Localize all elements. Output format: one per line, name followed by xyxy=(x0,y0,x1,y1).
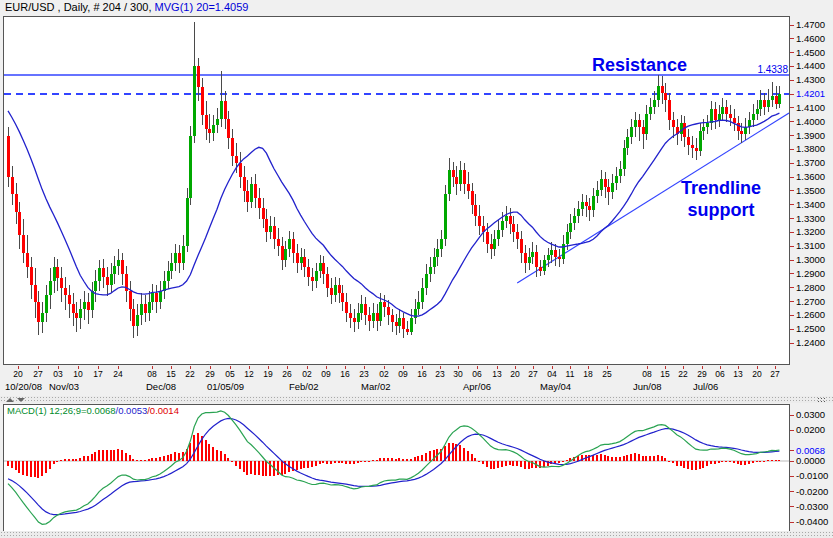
month-label: 01/05/09 xyxy=(207,381,244,392)
splitter-collapse-down-icon[interactable] xyxy=(17,398,25,402)
candle-body xyxy=(410,318,413,332)
macd-histogram-bar xyxy=(7,461,9,466)
macd-histogram-bar xyxy=(372,460,374,461)
macd-histogram-bar xyxy=(216,450,218,461)
macd-signal-value: /0.0053 xyxy=(116,405,148,416)
macd-histogram-bar xyxy=(429,451,431,461)
macd-histogram-bar xyxy=(471,454,473,461)
macd-histogram-bar xyxy=(516,461,518,466)
candle-body xyxy=(212,125,215,133)
macd-histogram-bar xyxy=(562,461,564,462)
macd-histogram-bar xyxy=(379,458,381,461)
macd-histogram-bar xyxy=(623,456,625,461)
splitter-collapse-up-icon[interactable] xyxy=(6,398,14,402)
macd-histogram-bar xyxy=(699,461,701,469)
macd-histogram-bar xyxy=(417,456,419,461)
candle-body xyxy=(615,176,618,183)
macd-indicator-panel[interactable] xyxy=(3,404,790,532)
day-label: 15 xyxy=(656,369,674,379)
price-label: 1.2900 xyxy=(796,269,825,279)
macd-histogram-bar xyxy=(604,455,606,461)
macd-histogram-bar xyxy=(11,461,13,468)
candle-body xyxy=(497,230,500,240)
macd-histogram-bar xyxy=(231,461,233,462)
price-label: 1.3500 xyxy=(796,186,825,196)
macd-histogram-bar xyxy=(558,461,560,463)
macd-histogram-bar xyxy=(501,461,503,467)
candle-body xyxy=(653,100,656,107)
macd-histogram-bar xyxy=(41,461,43,476)
price-tick xyxy=(790,80,794,81)
macd-chart[interactable] xyxy=(4,405,789,531)
macd-histogram-bar xyxy=(60,460,62,461)
panel-splitter[interactable] xyxy=(0,396,833,403)
candle-body xyxy=(467,184,470,191)
candle-body xyxy=(729,114,732,118)
macd-histogram-bar xyxy=(262,461,264,476)
candle-body xyxy=(478,216,481,226)
day-label: 06 xyxy=(468,369,486,379)
macd-histogram-bar xyxy=(497,461,499,468)
macd-current-label: 0.0068 xyxy=(796,446,825,456)
candle-body xyxy=(626,137,629,148)
candle-body xyxy=(528,257,531,263)
candle-body xyxy=(604,179,607,187)
candle-body xyxy=(562,244,565,259)
time-axis[interactable]: 2027031017240815222905121926020916230209… xyxy=(0,365,790,396)
price-tick xyxy=(790,246,794,247)
price-tick xyxy=(790,315,794,316)
candle-body xyxy=(387,307,390,315)
macd-histogram-bar xyxy=(383,458,385,461)
macd-histogram-bar xyxy=(710,461,712,464)
day-label: 20 xyxy=(748,369,766,379)
macd-histogram-bar xyxy=(759,461,761,462)
day-label: 08 xyxy=(638,369,656,379)
day-label: 16 xyxy=(413,369,431,379)
candle-body xyxy=(186,198,189,246)
day-label: 08 xyxy=(143,369,161,379)
candle-body xyxy=(98,268,101,280)
candle-body xyxy=(474,205,477,216)
macd-signal-line xyxy=(8,418,779,514)
day-label: 05 xyxy=(221,369,239,379)
candle-body xyxy=(699,131,702,150)
candle-body xyxy=(30,267,33,285)
day-label: 29 xyxy=(693,369,711,379)
candle-body xyxy=(151,293,154,301)
price-label: 1.3200 xyxy=(796,227,825,237)
splitter-grip-icon[interactable] xyxy=(817,397,825,402)
macd-histogram-bar xyxy=(649,456,651,461)
candle-body xyxy=(87,302,90,310)
candle-body xyxy=(178,253,181,263)
macd-histogram-bar xyxy=(330,461,332,464)
price-axis[interactable]: 1.47001.46001.45001.44001.43001.41001.40… xyxy=(790,0,833,538)
bottom-scroll-strip[interactable] xyxy=(0,531,833,538)
macd-histogram-bar xyxy=(75,459,77,461)
trendline-annotation-line1: Trendline xyxy=(681,178,761,198)
macd-histogram-bar xyxy=(87,456,89,461)
macd-histogram-bar xyxy=(600,454,602,461)
macd-histogram-bar xyxy=(642,456,644,461)
macd-histogram-bar xyxy=(360,461,362,462)
macd-histogram-bar xyxy=(68,459,70,461)
macd-label: -0.0200 xyxy=(796,487,828,497)
price-label: 1.3100 xyxy=(796,241,825,251)
candle-body xyxy=(433,257,436,267)
macd-histogram-bar xyxy=(566,460,568,461)
candle-body xyxy=(372,313,375,321)
candle-body xyxy=(607,187,610,193)
macd-histogram-bar xyxy=(220,451,222,461)
macd-histogram-bar xyxy=(121,450,123,461)
candle-body xyxy=(15,194,18,212)
candle-body xyxy=(273,226,276,240)
price-label: 1.4300 xyxy=(796,75,825,85)
day-label: 10 xyxy=(69,369,87,379)
candle-body xyxy=(721,107,724,114)
candle-body xyxy=(254,184,257,198)
macd-histogram-bar xyxy=(140,460,142,461)
candle-body xyxy=(357,313,360,323)
candle-body xyxy=(140,304,143,315)
macd-histogram-bar xyxy=(626,455,628,461)
macd-histogram-bar xyxy=(296,461,298,470)
candle-body xyxy=(516,232,519,239)
